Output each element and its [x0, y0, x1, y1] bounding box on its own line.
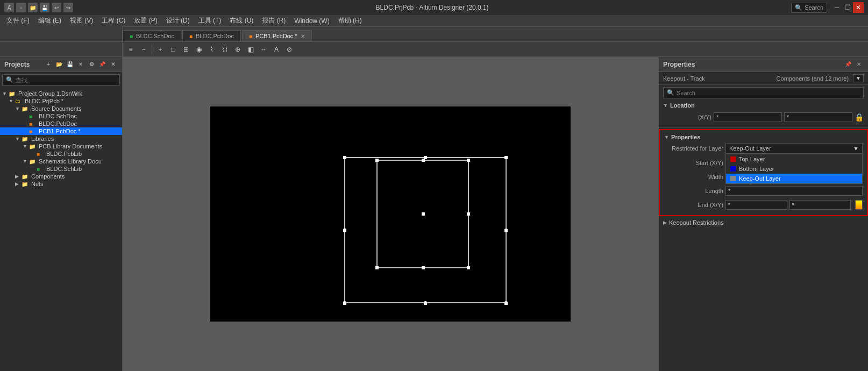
- tree-bldc-schlib-label: BLDC.SchLib: [46, 166, 120, 172]
- layer-dropdown-container: Keep-Out Layer ▼ Top Layer Bottom Layer: [725, 143, 863, 154]
- end-xy-row: End (X/Y): [660, 199, 867, 211]
- title-bar: A ▫ 📁 💾 ↩ ↪ BLDC.PrjPcb - Altium Designe…: [0, 0, 868, 15]
- save-project-btn[interactable]: 💾: [65, 60, 75, 69]
- lock-icon[interactable]: 🔒: [855, 113, 864, 122]
- close-panel-btn[interactable]: ✕: [854, 60, 864, 69]
- tab-bldc-schdoc[interactable]: ■ BLDC.SchDoc: [123, 30, 181, 41]
- menu-project[interactable]: 工程 (C): [97, 15, 130, 27]
- properties-panel-title: Properties: [663, 61, 695, 68]
- rect-btn[interactable]: □: [167, 44, 179, 55]
- x-input[interactable]: [714, 112, 782, 122]
- tab-close-icon[interactable]: ✕: [301, 33, 305, 39]
- keepout-restrictions-section[interactable]: ▶ Keepout Restrictions: [659, 217, 868, 228]
- global-search-box[interactable]: 🔍 Search: [791, 3, 827, 13]
- location-section-header[interactable]: ▼ Location: [659, 101, 868, 110]
- tree-bldc-prjpcb[interactable]: ▼ 🗂 BLDC.PrjPcb *: [0, 97, 122, 105]
- menu-help[interactable]: 帮助 (H): [334, 15, 366, 27]
- menu-design[interactable]: 设计 (D): [162, 15, 194, 27]
- tree-project-group[interactable]: ▼ 📁 Project Group 1.DsnWrk: [0, 90, 122, 97]
- end-x-input[interactable]: [725, 200, 787, 210]
- close-button[interactable]: ✕: [853, 2, 864, 13]
- option-keepout-layer[interactable]: Keep-Out Layer: [726, 174, 862, 183]
- option-top-layer[interactable]: Top Layer: [726, 154, 862, 164]
- menu-tools[interactable]: 工具 (T): [194, 15, 226, 27]
- pin-panel-btn[interactable]: 📌: [843, 60, 853, 69]
- tree-nets[interactable]: ▶ 📁 Nets: [0, 180, 122, 188]
- filter-button[interactable]: ▼: [853, 74, 864, 82]
- dropdown-arrow-icon: ▼: [853, 145, 859, 152]
- panel-close-btn[interactable]: ✕: [108, 60, 118, 69]
- route-btn[interactable]: ⌇: [206, 44, 218, 55]
- pin-btn[interactable]: 📌: [97, 60, 107, 69]
- menu-place[interactable]: 放置 (P): [130, 15, 161, 27]
- restricted-label: Restricted for Layer: [664, 145, 723, 152]
- properties-search-box[interactable]: 🔍: [663, 87, 864, 98]
- open-icon[interactable]: 📁: [28, 3, 38, 12]
- menu-file[interactable]: 文件 (F): [2, 15, 34, 27]
- undo-icon[interactable]: ↩: [52, 3, 61, 12]
- copper-btn[interactable]: ◧: [245, 44, 257, 55]
- menu-reports[interactable]: 报告 (R): [258, 15, 290, 27]
- tree-pcb-lib-docs[interactable]: ▼ 📁 PCB Library Documents: [0, 142, 122, 150]
- svg-rect-24: [375, 266, 379, 269]
- properties-section-title: Properties: [671, 134, 700, 140]
- length-input[interactable]: [725, 186, 863, 196]
- tree-components[interactable]: ▶ 📁 Components: [0, 173, 122, 180]
- minimize-button[interactable]: ─: [831, 2, 842, 13]
- new-icon[interactable]: ▫: [16, 3, 26, 12]
- menu-edit[interactable]: 编辑 (E): [34, 15, 66, 27]
- new-project-btn[interactable]: +: [44, 60, 53, 69]
- close-project-btn[interactable]: ×: [76, 60, 86, 69]
- tree-bldc-schdoc[interactable]: ▶ ■ BLDC.SchDoc: [0, 112, 122, 120]
- meas-btn[interactable]: ↔: [258, 44, 269, 55]
- via-btn[interactable]: ◉: [193, 44, 205, 55]
- tree-sch-lib-docs[interactable]: ▼ 📁 Schematic Library Docu: [0, 158, 122, 165]
- project-search-box[interactable]: 🔍: [2, 74, 120, 85]
- tree-pcb1-pcbdoc[interactable]: ▶ ■ PCB1.PcbDoc *: [0, 127, 122, 135]
- pad-btn[interactable]: ⊕: [232, 44, 244, 55]
- layer-dropdown[interactable]: Keep-Out Layer ▼: [725, 143, 863, 154]
- tree-bldc-schlib[interactable]: ▶ ■ BLDC.SchLib: [0, 165, 122, 173]
- tree-bldc-pcblib[interactable]: ▶ ■ BLDC.PcbLib: [0, 150, 122, 158]
- diff-btn[interactable]: ⌇⌇: [219, 44, 231, 55]
- keepout-track-label: Keepout - Track: [663, 75, 772, 82]
- pcb-canvas[interactable]: [210, 106, 571, 322]
- properties-section-header[interactable]: ▼ Properties: [660, 132, 867, 142]
- filter-btn[interactable]: ≡: [125, 44, 137, 55]
- tree-source-docs[interactable]: ▼ 📁 Source Documents: [0, 105, 122, 112]
- tree-bldc-prjpcb-label: BLDC.PrjPcb *: [25, 98, 120, 104]
- project-search-input[interactable]: [16, 77, 116, 83]
- option-bottom-layer[interactable]: Bottom Layer: [726, 164, 862, 174]
- tab-pcb1-pcbdoc[interactable]: ■ PCB1.PcbDoc * ✕: [242, 30, 312, 41]
- restore-button[interactable]: ❐: [842, 2, 853, 13]
- start-xy-label: Start (X/Y): [664, 160, 723, 166]
- folder-icon: 📁: [29, 159, 37, 165]
- add-btn[interactable]: +: [154, 44, 166, 55]
- arrow-icon: ▼: [9, 98, 15, 104]
- open-project-btn[interactable]: 📂: [54, 60, 64, 69]
- tree-bldc-pcbdoc-label: BLDC.PcbDoc: [39, 120, 120, 127]
- text-btn[interactable]: A: [271, 44, 282, 55]
- special-btn[interactable]: ⊘: [283, 44, 295, 55]
- keepout-arrow-icon: ▶: [663, 220, 667, 225]
- tab-bldc-pcbdoc[interactable]: ■ BLDC.PcbDoc: [182, 30, 241, 41]
- net-btn[interactable]: ~: [138, 44, 150, 55]
- pcb1-file-icon: ■: [29, 129, 37, 134]
- menu-view[interactable]: 视图 (V): [66, 15, 97, 27]
- end-y-input[interactable]: [789, 200, 851, 210]
- menu-route[interactable]: 布线 (U): [225, 15, 258, 27]
- menu-window[interactable]: Window (W): [290, 15, 333, 27]
- redo-icon[interactable]: ↪: [63, 3, 73, 12]
- properties-search-input[interactable]: [677, 90, 860, 96]
- tree-bldc-pcbdoc[interactable]: ▶ ■ BLDC.PcbDoc: [0, 120, 122, 127]
- push-btn[interactable]: ⊞: [180, 44, 192, 55]
- tree-libraries[interactable]: ▼ 📁 Libraries: [0, 135, 122, 142]
- settings-btn[interactable]: ⚙: [87, 60, 96, 69]
- layer-dropdown-menu: Top Layer Bottom Layer Keep-Out Layer: [725, 154, 863, 184]
- restricted-layer-row: Restricted for Layer Keep-Out Layer ▼ To…: [660, 142, 867, 155]
- save-icon[interactable]: 💾: [40, 3, 49, 12]
- y-input[interactable]: [784, 112, 852, 122]
- tab-bar: ■ BLDC.SchDoc ■ BLDC.PcbDoc ■ PCB1.PcbDo…: [0, 27, 868, 42]
- tree-bldc-pcblib-label: BLDC.PcbLib: [46, 151, 120, 157]
- canvas-area[interactable]: [123, 57, 658, 371]
